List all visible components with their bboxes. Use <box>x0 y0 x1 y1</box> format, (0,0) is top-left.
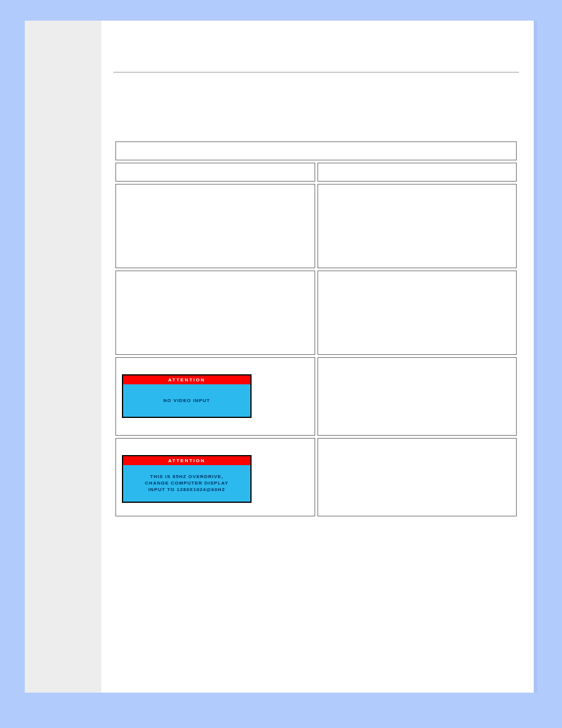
sidebar <box>25 21 101 693</box>
solution-list: Please wait for about 10 seconds, the di… <box>324 446 511 496</box>
problem-text: No Picture (Power LED is amber or yellow… <box>122 276 256 284</box>
problem-cell: No Picture (Power LED not lit) <box>115 184 315 268</box>
solution-cell: Make sure the power cord is plugged into… <box>318 184 517 268</box>
subheading: Common Problems <box>113 119 519 127</box>
solution-list: Make sure the monitor cable is properly … <box>324 365 511 408</box>
solution-item: Make sure the power cord is plugged into… <box>335 192 511 210</box>
problem-text: No Picture (Power LED not lit) <box>122 189 216 197</box>
solution-cell: Make sure the monitor cable is properly … <box>318 357 517 436</box>
intro-paragraph: This page deals with problems that can b… <box>113 87 519 108</box>
problem-text: Screen says <box>122 443 309 452</box>
attention-line: THIS IS 85HZ OVERDRIVE, <box>150 474 223 479</box>
solution-item: Make sure the monitor cable is properly … <box>335 365 511 384</box>
solution-cell: Please wait for about 10 seconds, the di… <box>318 438 517 516</box>
problem-text: Screen says <box>122 363 309 371</box>
troubleshoot-table: Having this problem? Check these items N… <box>113 139 519 519</box>
solution-item: Check to see if the monitor cable has be… <box>335 312 511 321</box>
footer-links: RETURN TO TOP OF THE PAGE <box>113 539 519 548</box>
solution-cell: Make sure the computer is turned on. Mak… <box>318 271 517 355</box>
problem-cell: No Picture (Power LED is amber or yellow… <box>115 271 315 355</box>
table-col2-header <box>318 163 517 182</box>
return-top-link[interactable]: RETURN TO TOP OF THE PAGE <box>113 539 219 548</box>
attention-box: ATTENTION THIS IS 85HZ OVERDRIVE, CHANGE… <box>122 455 252 503</box>
attention-header: ATTENTION <box>123 456 250 465</box>
page-title: Troubleshooting <box>113 41 519 60</box>
problem-cell: Screen says ATTENTION NO VIDEO INPUT <box>115 357 315 436</box>
divider <box>113 72 519 73</box>
attention-box: ATTENTION NO VIDEO INPUT <box>122 374 252 418</box>
solution-item: Make sure the computer is turned on. <box>335 398 511 408</box>
solution-item: First, ensure that the power button on t… <box>335 213 511 242</box>
solution-item: The Energy Saving feature may be activat… <box>335 324 511 333</box>
table-merged-header: Having this problem? <box>115 141 517 160</box>
attention-body: NO VIDEO INPUT <box>123 384 250 417</box>
problem-cell: Screen says ATTENTION THIS IS 85HZ OVERD… <box>115 438 315 516</box>
solution-item: Make sure the computer is turned on. <box>335 278 511 288</box>
attention-line: NO VIDEO INPUT <box>163 398 210 403</box>
solution-item: Check to see if the monitor cable has be… <box>335 386 511 396</box>
solution-item: Make sure the signal cable is properly c… <box>335 290 511 309</box>
solution-list: Make sure the power cord is plugged into… <box>324 192 511 242</box>
attention-line: CHANGE COMPUTER DISPLAY <box>145 480 229 486</box>
attention-body: THIS IS 85HZ OVERDRIVE, CHANGE COMPUTER … <box>123 465 250 502</box>
attention-line: INPUT TO 1280X1024@60HZ <box>148 487 226 492</box>
solution-list: Make sure the computer is turned on. Mak… <box>324 278 511 333</box>
solution-item: Restart the computer using Safe Mode, th… <box>335 477 511 496</box>
attention-header: ATTENTION <box>123 375 250 384</box>
solution-item: Please wait for about 10 seconds, the di… <box>335 446 511 475</box>
table-col1-header: Check these items <box>115 163 315 182</box>
document-page: Troubleshooting This page deals with pro… <box>25 21 537 693</box>
content-area: Troubleshooting This page deals with pro… <box>107 21 534 577</box>
